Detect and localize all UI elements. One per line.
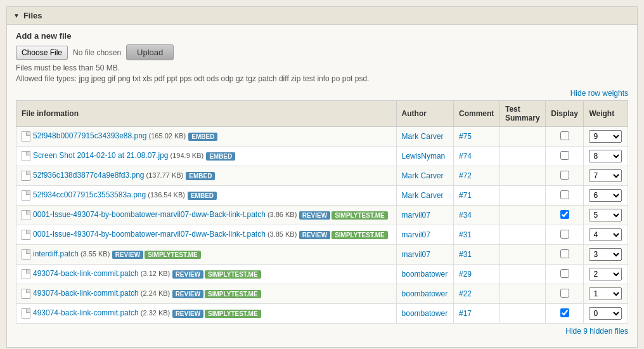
display-cell [546,245,584,265]
weight-select[interactable]: -10-9-8-7-6-5-4-3-2-1012345678910 [589,307,622,320]
file-link[interactable]: 493074-back-link-commit.patch [33,308,139,317]
test-summary-cell [499,147,545,166]
simplytest-badge[interactable]: SIMPLYTEST.ME [205,270,261,279]
file-icon [22,230,30,240]
comment-link[interactable]: #22 [459,289,472,298]
comment-link[interactable]: #74 [459,152,472,161]
review-badge[interactable]: REVIEW [172,270,203,279]
file-link[interactable]: 493074-back-link-commit.patch [33,289,139,298]
weight-cell: -10-9-8-7-6-5-4-3-2-1012345678910 [584,186,628,206]
file-icon [22,171,30,181]
author-link[interactable]: boombatower [402,289,448,298]
comment-link[interactable]: #34 [459,211,472,220]
test-summary-cell [499,186,545,206]
file-icon [22,131,30,142]
display-checkbox[interactable] [560,289,569,298]
comment-link[interactable]: #17 [459,309,472,318]
hide-row-weights-link[interactable]: Hide row weights [570,89,628,98]
upload-button[interactable]: Upload [126,44,174,60]
review-badge[interactable]: REVIEW [299,231,330,239]
comment-cell: #31 [454,245,500,265]
simplytest-badge[interactable]: SIMPLYTEST.ME [205,290,261,298]
display-checkbox[interactable] [560,151,569,160]
file-link[interactable]: 52f936c138d3877c4a9e8fd3.png [33,171,145,180]
comment-link[interactable]: #72 [459,171,472,180]
th-file-information: File information [16,101,397,127]
section-header: ▼ Files [7,7,637,25]
content-area: Add a new file Choose File No file chose… [7,25,637,347]
table-footer: Hide 9 hidden files [16,326,628,336]
weight-cell: -10-9-8-7-6-5-4-3-2-1012345678910 [584,304,628,324]
author-link[interactable]: Mark Carver [402,171,444,180]
file-link[interactable]: 52f934cc0077915c3553583a.png [33,190,146,199]
display-checkbox[interactable] [560,230,569,239]
weight-cell: -10-9-8-7-6-5-4-3-2-1012345678910 [584,166,628,186]
file-icon [22,269,30,279]
display-checkbox[interactable] [560,249,569,258]
author-cell: boombatower [396,304,453,324]
review-badge[interactable]: REVIEW [299,211,330,220]
test-summary-cell [499,284,545,304]
comment-link[interactable]: #75 [459,132,472,141]
author-link[interactable]: boombatower [402,309,448,318]
table-row: 52f934cc0077915c3553583a.png (136.54 KB)… [16,186,628,206]
test-summary-cell [499,304,545,324]
display-checkbox[interactable] [560,308,569,317]
author-link[interactable]: marvil07 [402,230,430,239]
file-link[interactable]: 52f948b00077915c34393e88.png [33,131,147,140]
display-checkbox[interactable] [560,269,569,278]
file-icon [22,289,30,299]
review-badge[interactable]: REVIEW [172,290,203,298]
author-link[interactable]: Mark Carver [402,191,444,200]
test-summary-cell [499,265,545,284]
embed-badge: EMBED [186,172,215,180]
display-cell [546,265,584,284]
choose-file-button[interactable]: Choose File [16,46,68,60]
author-link[interactable]: LewisNyman [402,152,446,161]
file-link[interactable]: 493074-back-link-commit.patch [33,269,139,278]
comment-link[interactable]: #31 [459,230,472,239]
simplytest-badge[interactable]: SIMPLYTEST.ME [332,231,388,239]
embed-badge: EMBED [206,152,235,161]
simplytest-badge[interactable]: SIMPLYTEST.ME [145,251,201,259]
weight-select[interactable]: -10-9-8-7-6-5-4-3-2-1012345678910 [589,287,622,300]
display-checkbox[interactable] [560,131,569,140]
hide-hidden-files-link[interactable]: Hide 9 hidden files [565,327,628,336]
review-badge[interactable]: REVIEW [112,251,143,259]
file-link[interactable]: 0001-Issue-493074-by-boombatower-marvil0… [33,230,266,239]
weight-select[interactable]: -10-9-8-7-6-5-4-3-2-1012345678910 [589,150,622,162]
author-link[interactable]: boombatower [402,270,448,279]
weight-select[interactable]: -10-9-8-7-6-5-4-3-2-1012345678910 [589,248,622,261]
display-checkbox[interactable] [560,171,569,180]
display-checkbox[interactable] [560,210,569,219]
weight-select[interactable]: -10-9-8-7-6-5-4-3-2-1012345678910 [589,169,622,182]
file-link[interactable]: 0001-Issue-493074-by-boombatower-marvil0… [33,210,266,219]
display-cell [546,304,584,324]
file-link[interactable]: Screen Shot 2014-02-10 at 21.08.07.jpg [33,151,169,160]
author-link[interactable]: marvil07 [402,211,430,220]
file-size: (2.24 KB) [139,289,171,297]
comment-link[interactable]: #71 [459,191,472,200]
review-badge[interactable]: REVIEW [172,310,203,318]
weight-select[interactable]: -10-9-8-7-6-5-4-3-2-1012345678910 [589,130,622,143]
comment-cell: #71 [454,186,500,206]
author-link[interactable]: Mark Carver [402,132,444,141]
comment-link[interactable]: #29 [459,270,472,279]
weight-select[interactable]: -10-9-8-7-6-5-4-3-2-1012345678910 [589,189,622,202]
weight-select[interactable]: -10-9-8-7-6-5-4-3-2-1012345678910 [589,209,622,221]
display-checkbox[interactable] [560,190,569,199]
simplytest-badge[interactable]: SIMPLYTEST.ME [205,310,261,318]
comment-link[interactable]: #31 [459,250,472,259]
file-link[interactable]: interdiff.patch [33,249,79,258]
simplytest-badge[interactable]: SIMPLYTEST.ME [332,211,388,220]
author-cell: Mark Carver [396,166,453,186]
weight-select[interactable]: -10-9-8-7-6-5-4-3-2-1012345678910 [589,268,622,280]
collapse-arrow[interactable]: ▼ [13,12,20,19]
author-link[interactable]: marvil07 [402,250,430,259]
th-author: Author [396,101,453,127]
test-summary-cell [499,127,545,147]
weight-select[interactable]: -10-9-8-7-6-5-4-3-2-1012345678910 [589,228,622,241]
file-size: (194.9 KB) [169,152,204,159]
weight-cell: -10-9-8-7-6-5-4-3-2-1012345678910 [584,206,628,225]
test-summary-cell [499,166,545,186]
